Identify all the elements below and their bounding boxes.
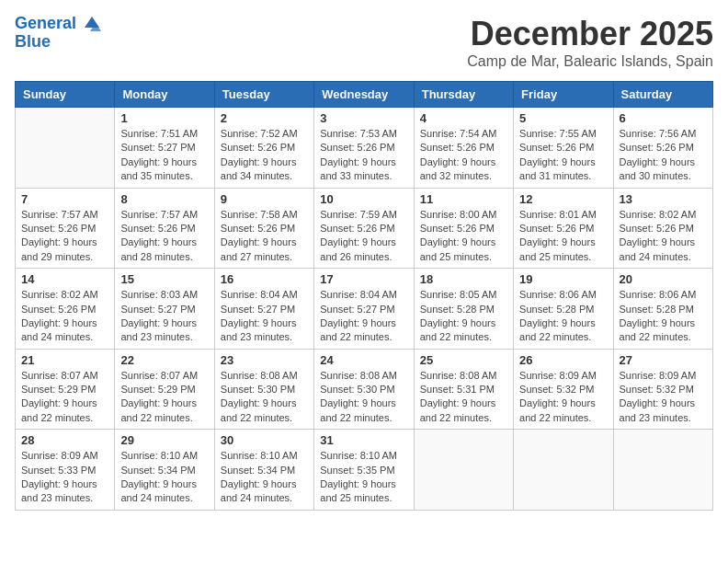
day-info: Sunrise: 8:05 AM Sunset: 5:28 PM Dayligh…: [420, 288, 507, 345]
calendar-cell: 15Sunrise: 8:03 AM Sunset: 5:27 PM Dayli…: [115, 269, 214, 350]
day-number: 16: [221, 272, 308, 286]
weekday-header-sunday: Sunday: [16, 82, 115, 108]
calendar-cell: 7Sunrise: 7:57 AM Sunset: 5:26 PM Daylig…: [16, 188, 115, 269]
title-section: December 2025 Camp de Mar, Balearic Isla…: [467, 15, 713, 70]
day-number: 28: [21, 433, 108, 447]
calendar-cell: 27Sunrise: 8:09 AM Sunset: 5:32 PM Dayli…: [613, 349, 712, 430]
day-info: Sunrise: 8:04 AM Sunset: 5:27 PM Dayligh…: [221, 288, 308, 345]
calendar-cell: 21Sunrise: 8:07 AM Sunset: 5:29 PM Dayli…: [16, 349, 115, 430]
day-info: Sunrise: 8:03 AM Sunset: 5:27 PM Dayligh…: [120, 288, 208, 345]
day-info: Sunrise: 8:07 AM Sunset: 5:29 PM Dayligh…: [21, 369, 108, 426]
day-number: 18: [420, 272, 507, 286]
calendar-cell: 3Sunrise: 7:53 AM Sunset: 5:26 PM Daylig…: [314, 108, 414, 189]
day-info: Sunrise: 8:06 AM Sunset: 5:28 PM Dayligh…: [620, 288, 707, 345]
calendar-cell: 28Sunrise: 8:09 AM Sunset: 5:33 PM Dayli…: [16, 430, 115, 511]
logo: General Blue: [15, 15, 101, 52]
day-info: Sunrise: 8:08 AM Sunset: 5:30 PM Dayligh…: [221, 369, 308, 426]
day-number: 10: [320, 192, 407, 206]
calendar-cell: 29Sunrise: 8:10 AM Sunset: 5:34 PM Dayli…: [115, 430, 214, 511]
day-number: 13: [620, 192, 707, 206]
calendar-cell: 19Sunrise: 8:06 AM Sunset: 5:28 PM Dayli…: [514, 269, 613, 350]
day-number: 1: [120, 111, 208, 125]
weekday-header-friday: Friday: [514, 82, 613, 108]
day-number: 12: [519, 192, 607, 206]
day-info: Sunrise: 8:06 AM Sunset: 5:28 PM Dayligh…: [519, 288, 607, 345]
day-number: 7: [21, 192, 108, 206]
calendar-cell: 31Sunrise: 8:10 AM Sunset: 5:35 PM Dayli…: [314, 430, 414, 511]
day-number: 19: [519, 272, 607, 286]
day-number: 6: [620, 111, 707, 125]
day-info: Sunrise: 7:55 AM Sunset: 5:26 PM Dayligh…: [519, 127, 607, 184]
calendar-cell: 5Sunrise: 7:55 AM Sunset: 5:26 PM Daylig…: [514, 108, 613, 189]
calendar-cell: 24Sunrise: 8:08 AM Sunset: 5:30 PM Dayli…: [314, 349, 414, 430]
day-info: Sunrise: 8:02 AM Sunset: 5:26 PM Dayligh…: [620, 208, 707, 265]
day-info: Sunrise: 7:57 AM Sunset: 5:26 PM Dayligh…: [120, 208, 208, 265]
day-info: Sunrise: 8:08 AM Sunset: 5:31 PM Dayligh…: [420, 369, 507, 426]
day-info: Sunrise: 7:53 AM Sunset: 5:26 PM Dayligh…: [320, 127, 407, 184]
day-number: 15: [120, 272, 208, 286]
calendar-cell: 18Sunrise: 8:05 AM Sunset: 5:28 PM Dayli…: [414, 269, 513, 350]
logo-text2: Blue: [15, 33, 101, 52]
day-number: 29: [120, 433, 208, 447]
calendar-cell: 26Sunrise: 8:09 AM Sunset: 5:32 PM Dayli…: [514, 349, 613, 430]
weekday-header-monday: Monday: [115, 82, 214, 108]
day-number: 20: [620, 272, 707, 286]
day-info: Sunrise: 8:02 AM Sunset: 5:26 PM Dayligh…: [21, 288, 108, 345]
calendar-subtitle: Camp de Mar, Balearic Islands, Spain: [467, 53, 713, 70]
calendar-cell: 25Sunrise: 8:08 AM Sunset: 5:31 PM Dayli…: [414, 349, 513, 430]
day-info: Sunrise: 8:08 AM Sunset: 5:30 PM Dayligh…: [320, 369, 407, 426]
day-info: Sunrise: 8:10 AM Sunset: 5:34 PM Dayligh…: [221, 449, 308, 506]
day-number: 2: [221, 111, 308, 125]
day-number: 11: [420, 192, 507, 206]
calendar-cell: 16Sunrise: 8:04 AM Sunset: 5:27 PM Dayli…: [214, 269, 313, 350]
day-number: 22: [120, 353, 208, 367]
calendar-cell: 12Sunrise: 8:01 AM Sunset: 5:26 PM Dayli…: [514, 188, 613, 269]
calendar-cell: 10Sunrise: 7:59 AM Sunset: 5:26 PM Dayli…: [314, 188, 414, 269]
day-number: 21: [21, 353, 108, 367]
weekday-header-saturday: Saturday: [613, 82, 712, 108]
day-number: 26: [519, 353, 607, 367]
calendar-cell: [414, 430, 513, 511]
calendar-title: December 2025: [467, 15, 713, 53]
calendar-cell: 20Sunrise: 8:06 AM Sunset: 5:28 PM Dayli…: [613, 269, 712, 350]
day-number: 30: [221, 433, 308, 447]
weekday-header-thursday: Thursday: [414, 82, 513, 108]
day-number: 17: [320, 272, 407, 286]
calendar-cell: 23Sunrise: 8:08 AM Sunset: 5:30 PM Dayli…: [214, 349, 313, 430]
calendar-table: SundayMondayTuesdayWednesdayThursdayFrid…: [15, 81, 713, 511]
calendar-cell: 22Sunrise: 8:07 AM Sunset: 5:29 PM Dayli…: [115, 349, 214, 430]
day-info: Sunrise: 8:01 AM Sunset: 5:26 PM Dayligh…: [519, 208, 607, 265]
calendar-cell: 6Sunrise: 7:56 AM Sunset: 5:26 PM Daylig…: [613, 108, 712, 189]
day-info: Sunrise: 7:56 AM Sunset: 5:26 PM Dayligh…: [620, 127, 707, 184]
calendar-cell: 11Sunrise: 8:00 AM Sunset: 5:26 PM Dayli…: [414, 188, 513, 269]
day-number: 3: [320, 111, 407, 125]
day-info: Sunrise: 8:07 AM Sunset: 5:29 PM Dayligh…: [120, 369, 208, 426]
calendar-cell: 17Sunrise: 8:04 AM Sunset: 5:27 PM Dayli…: [314, 269, 414, 350]
day-number: 5: [519, 111, 607, 125]
day-number: 31: [320, 433, 407, 447]
day-number: 27: [620, 353, 707, 367]
calendar-cell: [514, 430, 613, 511]
calendar-cell: 9Sunrise: 7:58 AM Sunset: 5:26 PM Daylig…: [214, 188, 313, 269]
day-info: Sunrise: 8:09 AM Sunset: 5:33 PM Dayligh…: [21, 449, 108, 506]
day-number: 9: [221, 192, 308, 206]
calendar-cell: 30Sunrise: 8:10 AM Sunset: 5:34 PM Dayli…: [214, 430, 313, 511]
calendar-cell: [613, 430, 712, 511]
calendar-cell: 1Sunrise: 7:51 AM Sunset: 5:27 PM Daylig…: [115, 108, 214, 189]
day-info: Sunrise: 7:59 AM Sunset: 5:26 PM Dayligh…: [320, 208, 407, 265]
calendar-cell: 8Sunrise: 7:57 AM Sunset: 5:26 PM Daylig…: [115, 188, 214, 269]
day-info: Sunrise: 7:52 AM Sunset: 5:26 PM Dayligh…: [221, 127, 308, 184]
calendar-cell: 2Sunrise: 7:52 AM Sunset: 5:26 PM Daylig…: [214, 108, 313, 189]
day-info: Sunrise: 8:04 AM Sunset: 5:27 PM Dayligh…: [320, 288, 407, 345]
day-info: Sunrise: 8:00 AM Sunset: 5:26 PM Dayligh…: [420, 208, 507, 265]
logo-text: General: [15, 15, 101, 33]
day-number: 23: [221, 353, 308, 367]
weekday-header-wednesday: Wednesday: [314, 82, 414, 108]
day-number: 14: [21, 272, 108, 286]
day-info: Sunrise: 8:10 AM Sunset: 5:34 PM Dayligh…: [120, 449, 208, 506]
day-info: Sunrise: 8:09 AM Sunset: 5:32 PM Dayligh…: [519, 369, 607, 426]
calendar-cell: 14Sunrise: 8:02 AM Sunset: 5:26 PM Dayli…: [16, 269, 115, 350]
day-info: Sunrise: 7:58 AM Sunset: 5:26 PM Dayligh…: [221, 208, 308, 265]
day-info: Sunrise: 8:10 AM Sunset: 5:35 PM Dayligh…: [320, 449, 407, 506]
day-number: 25: [420, 353, 507, 367]
